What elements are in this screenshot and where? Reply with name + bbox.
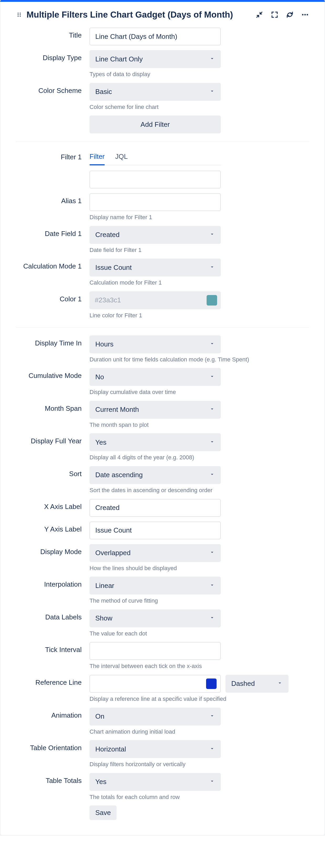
svg-point-5: [20, 16, 21, 17]
chevron-down-icon: [209, 340, 215, 348]
color-scheme-select[interactable]: Basic: [90, 83, 221, 101]
label-title: Title: [16, 28, 90, 39]
helper-sort: Sort the dates in ascending or descendin…: [90, 487, 221, 494]
label-cumulative-mode: Cumulative Mode: [16, 368, 90, 380]
label-display-full-year: Display Full Year: [16, 433, 90, 445]
display-full-year-value: Yes: [95, 438, 106, 446]
helper-color1: Line color for Filter 1: [90, 312, 221, 319]
label-table-totals: Table Totals: [16, 773, 90, 785]
date-field1-value: Created: [95, 231, 120, 239]
chevron-down-icon: [209, 88, 215, 96]
helper-reference-line: Display a reference line at a specific v…: [90, 695, 309, 703]
svg-point-7: [304, 14, 306, 16]
svg-point-3: [20, 14, 21, 15]
table-orientation-select[interactable]: Horizontal: [90, 740, 221, 758]
svg-point-6: [302, 14, 304, 16]
label-date-field1: Date Field 1: [16, 226, 90, 238]
helper-table-orientation: Display filters horizontally or vertical…: [90, 761, 221, 768]
chevron-down-icon: [209, 614, 215, 622]
display-type-value: Line Chart Only: [95, 55, 143, 63]
label-table-orientation: Table Orientation: [16, 740, 90, 752]
chevron-down-icon: [209, 438, 215, 446]
filter1-input[interactable]: [90, 170, 221, 188]
sort-select[interactable]: Date ascending: [90, 466, 221, 484]
label-reference-line: Reference Line: [16, 675, 90, 687]
save-button[interactable]: Save: [90, 806, 117, 820]
display-full-year-select[interactable]: Yes: [90, 433, 221, 451]
maximize-icon[interactable]: [271, 11, 278, 19]
add-filter-button[interactable]: Add Filter: [90, 116, 221, 133]
chevron-down-icon: [209, 264, 215, 272]
helper-data-labels: The value for each dot: [90, 630, 221, 638]
drag-handle-icon[interactable]: [16, 11, 22, 18]
helper-display-full-year: Display all 4 digits of the year (e.g. 2…: [90, 454, 221, 461]
title-input[interactable]: [90, 28, 221, 45]
helper-table-totals: The totals for each column and row: [90, 794, 221, 801]
refresh-icon[interactable]: [286, 11, 294, 19]
helper-alias1: Display name for Filter 1: [90, 214, 221, 221]
helper-calc-mode1: Calculation mode for Filter 1: [90, 279, 221, 287]
label-calc-mode1: Calculation Mode 1: [16, 258, 90, 270]
sort-value: Date ascending: [95, 471, 143, 479]
label-sort: Sort: [16, 466, 90, 478]
label-filter1: Filter 1: [16, 149, 90, 161]
tick-interval-input[interactable]: [90, 642, 221, 660]
alias1-input[interactable]: [90, 193, 221, 211]
label-tick-interval: Tick Interval: [16, 642, 90, 654]
label-month-span: Month Span: [16, 401, 90, 413]
label-x-axis: X Axis Label: [16, 499, 90, 511]
data-labels-select[interactable]: Show: [90, 610, 221, 627]
table-totals-value: Yes: [95, 778, 106, 786]
helper-display-mode: How the lines should be displayed: [90, 565, 221, 572]
section-divider: [16, 141, 309, 142]
helper-display-type: Types of data to display: [90, 71, 221, 78]
chevron-down-icon: [209, 55, 215, 63]
svg-point-4: [18, 16, 19, 17]
display-type-select[interactable]: Line Chart Only: [90, 50, 221, 68]
table-totals-select[interactable]: Yes: [90, 773, 221, 791]
chevron-down-icon: [209, 712, 215, 720]
data-labels-value: Show: [95, 614, 112, 622]
color-scheme-value: Basic: [95, 88, 112, 96]
helper-display-time-in: Duration unit for time fields calculatio…: [90, 356, 309, 364]
chevron-down-icon: [277, 680, 283, 688]
color1-swatch: [207, 295, 217, 306]
config-form: Title Display Type Line Chart Only Types…: [0, 28, 325, 820]
reference-line-swatch[interactable]: [206, 679, 216, 689]
reference-line-input[interactable]: [95, 679, 206, 688]
svg-point-0: [18, 12, 19, 14]
color1-hex: #23a3c1: [95, 296, 207, 304]
y-axis-input[interactable]: [90, 522, 221, 539]
label-interpolation: Interpolation: [16, 577, 90, 588]
cumulative-mode-value: No: [95, 373, 104, 381]
x-axis-input[interactable]: [90, 499, 221, 517]
date-field1-select[interactable]: Created: [90, 226, 221, 244]
minimize-icon[interactable]: [256, 11, 263, 19]
reference-line-input-wrap: [90, 675, 221, 693]
tab-filter[interactable]: Filter: [90, 149, 105, 165]
gadget-panel: Multiple Filters Line Chart Gadget (Days…: [0, 0, 325, 835]
chevron-down-icon: [209, 373, 215, 381]
filter1-tabs: Filter JQL: [90, 149, 221, 165]
month-span-select[interactable]: Current Month: [90, 401, 221, 418]
section-divider: [16, 327, 309, 328]
chevron-down-icon: [209, 745, 215, 753]
reference-line-style-select[interactable]: Dashed: [226, 675, 289, 693]
calc-mode1-select[interactable]: Issue Count: [90, 258, 221, 276]
color1-picker[interactable]: #23a3c1: [90, 291, 221, 309]
display-time-in-value: Hours: [95, 340, 113, 348]
chevron-down-icon: [209, 582, 215, 590]
more-icon[interactable]: [301, 11, 309, 19]
label-alias1: Alias 1: [16, 193, 90, 205]
tab-jql[interactable]: JQL: [115, 149, 128, 165]
cumulative-mode-select[interactable]: No: [90, 368, 221, 386]
label-color-scheme: Color Scheme: [16, 83, 90, 95]
svg-point-1: [20, 12, 21, 14]
display-time-in-select[interactable]: Hours: [90, 336, 221, 353]
animation-select[interactable]: On: [90, 708, 221, 725]
display-mode-value: Overlapped: [95, 549, 130, 557]
chevron-down-icon: [209, 778, 215, 786]
display-mode-select[interactable]: Overlapped: [90, 544, 221, 562]
interpolation-select[interactable]: Linear: [90, 577, 221, 594]
label-y-axis: Y Axis Label: [16, 522, 90, 533]
